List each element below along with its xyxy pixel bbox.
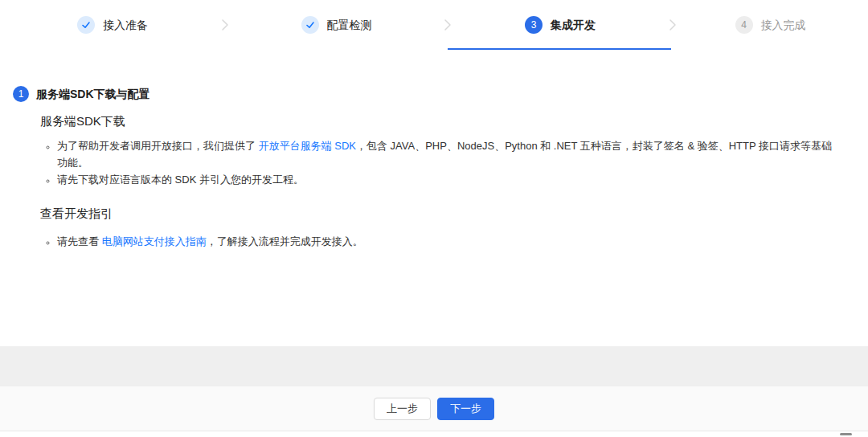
step-label: 接入完成: [761, 16, 806, 34]
bullet-text: 为了帮助开发者调用开放接口，我们提供了: [57, 140, 259, 152]
sdk-bullet-1: 为了帮助开发者调用开放接口，我们提供了 开放平台服务端 SDK，包含 JAVA、…: [57, 137, 836, 171]
guide-bullet-1: 请先查看 电脑网站支付接入指南，了解接入流程并完成开发接入。: [57, 233, 836, 250]
bullet-text: 请先查看: [57, 235, 102, 247]
bullet-text: ，了解接入流程并完成开发接入。: [207, 235, 363, 247]
step-item-integration-dev[interactable]: 3 集成开发: [448, 0, 673, 50]
pc-website-payment-guide-link[interactable]: 电脑网站支付接入指南: [102, 235, 207, 247]
section-body: 服务端SDK下载 为了帮助开发者调用开放接口，我们提供了 开放平台服务端 SDK…: [40, 112, 868, 250]
step-label: 接入准备: [103, 16, 148, 34]
sdk-bullet-list: 为了帮助开发者调用开放接口，我们提供了 开放平台服务端 SDK，包含 JAVA、…: [40, 137, 836, 188]
next-step-button[interactable]: 下一步: [437, 398, 494, 420]
step-item-access-prep[interactable]: 接入准备: [0, 0, 225, 50]
step-label: 配置检测: [327, 16, 372, 34]
gray-divider-band: [0, 346, 868, 386]
wizard-footer: 上一步 下一步: [0, 386, 868, 431]
step-label: 集成开发: [551, 16, 596, 34]
sdk-bullet-2: 请先下载对应语言版本的 SDK 并引入您的开发工程。: [57, 171, 836, 188]
section-number-badge: 1: [13, 86, 29, 102]
bottom-strip: [0, 431, 868, 437]
step-done-circle: [301, 16, 319, 34]
step-item-config-check[interactable]: 配置检测: [225, 0, 448, 50]
step-number-circle: 3: [525, 16, 542, 34]
dev-guide-heading: 查看开发指引: [40, 205, 836, 223]
step-item-access-done: 4 接入完成: [673, 0, 868, 50]
bullet-text: 请先下载对应语言版本的 SDK 并引入您的开发工程。: [57, 174, 304, 186]
previous-step-button[interactable]: 上一步: [374, 398, 431, 420]
wizard-stepbar: 接入准备 配置检测 3 集成开发 4 接入完成: [0, 0, 868, 50]
sdk-download-heading: 服务端SDK下载: [40, 112, 836, 130]
step-done-circle: [77, 16, 95, 34]
main-content: 1 服务端SDK下载与配置 服务端SDK下载 为了帮助开发者调用开放接口，我们提…: [0, 50, 868, 250]
section-title: 服务端SDK下载与配置: [36, 86, 150, 102]
open-platform-sdk-link[interactable]: 开放平台服务端 SDK: [259, 140, 356, 152]
section-header: 1 服务端SDK下载与配置: [13, 86, 868, 102]
check-icon: [81, 20, 91, 30]
horizontal-scrollbar-thumb[interactable]: [840, 433, 852, 435]
check-icon: [305, 20, 315, 30]
step-number-circle: 4: [735, 16, 753, 34]
guide-bullet-list: 请先查看 电脑网站支付接入指南，了解接入流程并完成开发接入。: [40, 233, 836, 250]
